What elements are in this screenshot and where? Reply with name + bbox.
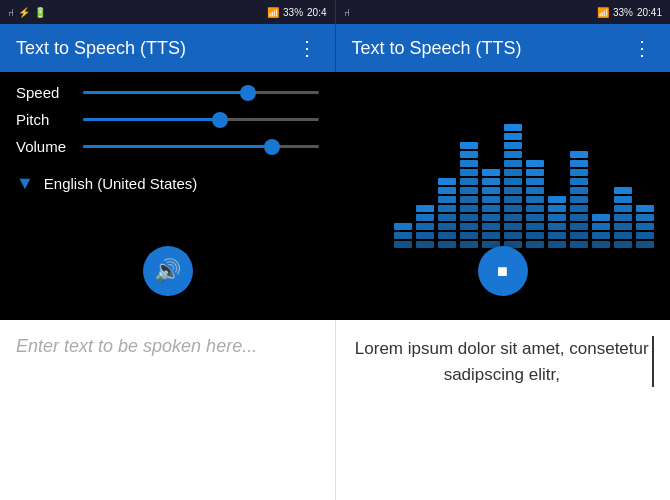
eq-bar — [460, 142, 478, 248]
eq-segment — [438, 232, 456, 239]
eq-segment — [614, 214, 632, 221]
eq-segment — [460, 142, 478, 149]
eq-bar — [636, 205, 654, 248]
eq-segment — [416, 214, 434, 221]
eq-segment — [526, 160, 544, 167]
eq-segment — [460, 232, 478, 239]
eq-segment — [460, 205, 478, 212]
speed-track[interactable] — [83, 91, 319, 94]
right-signal-icon: 📶 — [597, 7, 609, 18]
eq-segment — [394, 241, 412, 248]
eq-segment — [482, 187, 500, 194]
eq-segment — [460, 151, 478, 158]
eq-segment — [570, 169, 588, 176]
text-input-panel[interactable]: Enter text to be spoken here... — [0, 320, 336, 500]
eq-segment — [526, 169, 544, 176]
speed-slider-row: Speed — [16, 84, 319, 101]
right-bluetooth-icon: ⑁ — [344, 7, 350, 18]
eq-segment — [570, 151, 588, 158]
eq-segment — [460, 214, 478, 221]
eq-segment — [570, 214, 588, 221]
menu-icon-left[interactable]: ⋮ — [297, 36, 319, 60]
eq-segment — [570, 178, 588, 185]
status-bar-right: ⑁ 📶 33% 20:41 — [336, 0, 671, 24]
eq-segment — [460, 196, 478, 203]
eq-segment — [570, 232, 588, 239]
eq-segment — [482, 196, 500, 203]
eq-segment — [548, 205, 566, 212]
output-text: Lorem ipsum dolor sit amet, consetetur s… — [352, 336, 655, 387]
equalizer-panel — [335, 72, 670, 272]
eq-segment — [526, 232, 544, 239]
eq-segment — [592, 241, 610, 248]
eq-segment — [636, 214, 654, 221]
pitch-label: Pitch — [16, 111, 71, 128]
eq-bar — [504, 124, 522, 248]
usb-icon: ⚡ — [18, 7, 30, 18]
text-output-panel[interactable]: Lorem ipsum dolor sit amet, consetetur s… — [336, 320, 671, 500]
eq-segment — [504, 214, 522, 221]
left-battery-pct: 33% — [283, 7, 303, 18]
eq-segment — [504, 187, 522, 194]
menu-icon-right[interactable]: ⋮ — [632, 36, 654, 60]
eq-segment — [570, 187, 588, 194]
language-text: English (United States) — [44, 175, 197, 192]
eq-bar — [570, 151, 588, 248]
eq-segment — [438, 187, 456, 194]
eq-segment — [438, 196, 456, 203]
eq-segment — [482, 169, 500, 176]
eq-segment — [438, 223, 456, 230]
eq-segment — [614, 223, 632, 230]
eq-segment — [548, 214, 566, 221]
eq-segment — [482, 223, 500, 230]
eq-segment — [526, 205, 544, 212]
eq-segment — [526, 241, 544, 248]
eq-bar — [394, 223, 412, 248]
input-placeholder: Enter text to be spoken here... — [16, 336, 257, 357]
equalizer — [390, 84, 654, 256]
eq-segment — [526, 178, 544, 185]
eq-segment — [482, 214, 500, 221]
eq-segment — [504, 133, 522, 140]
pitch-fill — [83, 118, 220, 121]
eq-segment — [614, 205, 632, 212]
eq-segment — [548, 196, 566, 203]
eq-bar — [592, 214, 610, 248]
eq-segment — [416, 223, 434, 230]
eq-segment — [614, 196, 632, 203]
app-bar-left: Text to Speech (TTS) ⋮ — [0, 24, 336, 72]
app-bar-right: Text to Speech (TTS) ⋮ — [336, 24, 671, 72]
eq-segment — [416, 241, 434, 248]
eq-segment — [526, 187, 544, 194]
eq-segment — [636, 241, 654, 248]
stop-button[interactable]: ■ — [478, 246, 528, 296]
panels-wrapper: Speed Pitch Volume — [0, 72, 670, 272]
eq-segment — [504, 142, 522, 149]
eq-segment — [416, 205, 434, 212]
pitch-track[interactable] — [83, 118, 319, 121]
volume-label: Volume — [16, 138, 71, 155]
eq-segment — [482, 178, 500, 185]
right-battery-pct: 33% — [613, 7, 633, 18]
eq-segment — [504, 124, 522, 131]
app-title-right: Text to Speech (TTS) — [352, 38, 522, 59]
status-bar: ⑁ ⚡ 🔋 📶 33% 20:4 ⑁ 📶 33% 20:41 — [0, 0, 670, 24]
volume-slider-row: Volume — [16, 138, 319, 155]
eq-segment — [592, 232, 610, 239]
eq-segment — [570, 205, 588, 212]
eq-segment — [504, 160, 522, 167]
speed-thumb — [240, 85, 256, 101]
play-button[interactable]: 🔊 — [143, 246, 193, 296]
signal-icon: 📶 — [267, 7, 279, 18]
speed-fill — [83, 91, 248, 94]
status-bar-left: ⑁ ⚡ 🔋 📶 33% 20:4 — [0, 0, 336, 24]
left-status-icons: ⑁ ⚡ 🔋 — [8, 7, 46, 18]
eq-segment — [482, 232, 500, 239]
left-control-panel: Speed Pitch Volume — [0, 72, 335, 272]
app-title-left: Text to Speech (TTS) — [16, 38, 186, 59]
volume-track[interactable] — [83, 145, 319, 148]
language-selector[interactable]: ▼ English (United States) — [16, 173, 319, 194]
eq-segment — [394, 223, 412, 230]
speaker-icon: 🔊 — [154, 258, 181, 284]
eq-segment — [614, 241, 632, 248]
